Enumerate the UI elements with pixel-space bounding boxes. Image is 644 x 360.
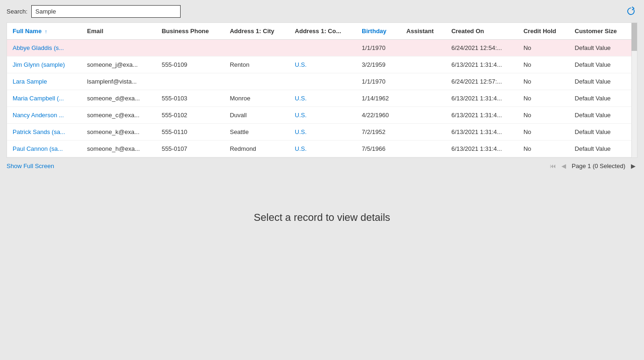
cell-address_city: Redmond (224, 141, 289, 157)
cell-customer_size: Default Value (569, 141, 631, 157)
cell-customer_size: Default Value (569, 73, 631, 90)
cell-created_on: 6/24/2021 12:54:... (446, 40, 518, 56)
cell-address_country[interactable]: U.S. (289, 107, 357, 124)
scrollbar-track[interactable] (631, 23, 637, 157)
cell-business_phone (156, 73, 224, 90)
cell-credit_hold: No (518, 124, 569, 141)
cell-address_city: Duvall (224, 107, 289, 124)
cell-business_phone: 555-0110 (156, 124, 224, 141)
cell-full_name[interactable]: Paul Cannon (sa... (7, 141, 82, 157)
cell-address_country[interactable]: U.S. (289, 124, 357, 141)
table-row[interactable]: Nancy Anderson ...someone_c@exa...555-01… (7, 107, 631, 124)
cell-address_city (224, 40, 289, 56)
cell-address_city: Seattle (224, 124, 289, 141)
cell-full_name[interactable]: Maria Campbell (... (7, 90, 82, 107)
cell-address_country[interactable]: U.S. (289, 56, 357, 73)
show-full-screen-link[interactable]: Show Full Screen (7, 162, 54, 169)
cell-assistant (401, 56, 446, 73)
cell-birthday: 1/1/1970 (356, 40, 401, 56)
col-business-phone[interactable]: Business Phone (156, 23, 224, 40)
cell-created_on: 6/13/2021 1:31:4... (446, 124, 518, 141)
pagination-prev[interactable]: ◀ (560, 162, 568, 170)
cell-address_country[interactable]: U.S. (289, 90, 357, 107)
table-row[interactable]: Patrick Sands (sa...someone_k@exa...555-… (7, 124, 631, 141)
cell-birthday: 4/22/1960 (356, 107, 401, 124)
table-row[interactable]: Lara Samplelsamplenf@vista...1/1/19706/2… (7, 73, 631, 90)
cell-birthday: 1/14/1962 (356, 90, 401, 107)
cell-address_country (289, 73, 357, 90)
cell-email: someone_j@exa... (82, 56, 156, 73)
cell-created_on: 6/13/2021 1:31:4... (446, 90, 518, 107)
table-container: Full Name ↑ Email Business Phone Address… (7, 22, 637, 158)
cell-created_on: 6/24/2021 12:57:... (446, 73, 518, 90)
col-created-on[interactable]: Created On (446, 23, 518, 40)
cell-email: lsamplenf@vista... (82, 73, 156, 90)
refresh-icon (626, 7, 636, 16)
cell-birthday: 7/2/1952 (356, 124, 401, 141)
cell-created_on: 6/13/2021 1:31:4... (446, 56, 518, 73)
table-row[interactable]: Abbye Gladdis (s...1/1/19706/24/2021 12:… (7, 40, 631, 56)
bottom-bar: Show Full Screen ⏮ ◀ Page 1 (0 Selected)… (0, 158, 644, 174)
search-label: Search: (7, 8, 28, 15)
cell-email: someone_d@exa... (82, 90, 156, 107)
cell-customer_size: Default Value (569, 124, 631, 141)
col-credit-hold[interactable]: Credit Hold (518, 23, 569, 40)
table-row[interactable]: Paul Cannon (sa...someone_h@exa...555-01… (7, 141, 631, 157)
col-address-city[interactable]: Address 1: City (224, 23, 289, 40)
refresh-button[interactable] (624, 5, 637, 18)
cell-business_phone: 555-0102 (156, 107, 224, 124)
cell-address_country[interactable]: U.S. (289, 141, 357, 157)
top-bar: Search: (0, 0, 644, 22)
cell-customer_size: Default Value (569, 40, 631, 56)
table-body: Abbye Gladdis (s...1/1/19706/24/2021 12:… (7, 40, 631, 157)
cell-email (82, 40, 156, 56)
sort-arrow: ↑ (45, 28, 48, 34)
cell-customer_size: Default Value (569, 56, 631, 73)
cell-created_on: 6/13/2021 1:31:4... (446, 107, 518, 124)
table-row[interactable]: Jim Glynn (sample)someone_j@exa...555-01… (7, 56, 631, 73)
cell-business_phone (156, 40, 224, 56)
cell-business_phone: 555-0103 (156, 90, 224, 107)
col-full-name-label: Full Name (13, 28, 42, 35)
cell-birthday: 7/5/1966 (356, 141, 401, 157)
cell-customer_size: Default Value (569, 90, 631, 107)
cell-full_name[interactable]: Nancy Anderson ... (7, 107, 82, 124)
scrollbar-thumb[interactable] (631, 23, 637, 51)
cell-assistant (401, 90, 446, 107)
cell-credit_hold: No (518, 107, 569, 124)
search-input[interactable] (31, 5, 181, 18)
cell-credit_hold: No (518, 73, 569, 90)
col-email[interactable]: Email (82, 23, 156, 40)
select-record-message: Select a record to view details (0, 212, 644, 224)
cell-full_name[interactable]: Abbye Gladdis (s... (7, 40, 82, 56)
cell-assistant (401, 73, 446, 90)
cell-business_phone: 555-0109 (156, 56, 224, 73)
col-address-country[interactable]: Address 1: Co... (289, 23, 357, 40)
cell-assistant (401, 107, 446, 124)
cell-email: someone_c@exa... (82, 107, 156, 124)
cell-credit_hold: No (518, 56, 569, 73)
cell-address_city: Renton (224, 56, 289, 73)
cell-credit_hold: No (518, 90, 569, 107)
cell-credit_hold: No (518, 40, 569, 56)
col-assistant[interactable]: Assistant (401, 23, 446, 40)
table-row[interactable]: Maria Campbell (...someone_d@exa...555-0… (7, 90, 631, 107)
cell-full_name[interactable]: Jim Glynn (sample) (7, 56, 82, 73)
cell-credit_hold: No (518, 141, 569, 157)
pagination-next[interactable]: ▶ (629, 162, 637, 170)
cell-created_on: 6/13/2021 1:31:4... (446, 141, 518, 157)
col-birthday[interactable]: Birthday (356, 23, 401, 40)
cell-email: someone_k@exa... (82, 124, 156, 141)
pagination-first[interactable]: ⏮ (548, 162, 558, 170)
pagination: ⏮ ◀ Page 1 (0 Selected) ▶ (548, 162, 637, 170)
col-customer-size[interactable]: Customer Size (569, 23, 631, 40)
cell-birthday: 1/1/1970 (356, 73, 401, 90)
col-full-name[interactable]: Full Name ↑ (7, 23, 82, 40)
cell-assistant (401, 124, 446, 141)
cell-full_name[interactable]: Patrick Sands (sa... (7, 124, 82, 141)
cell-full_name[interactable]: Lara Sample (7, 73, 82, 90)
table-header: Full Name ↑ Email Business Phone Address… (7, 23, 631, 40)
cell-address_city: Monroe (224, 90, 289, 107)
cell-email: someone_h@exa... (82, 141, 156, 157)
cell-address_country (289, 40, 357, 56)
